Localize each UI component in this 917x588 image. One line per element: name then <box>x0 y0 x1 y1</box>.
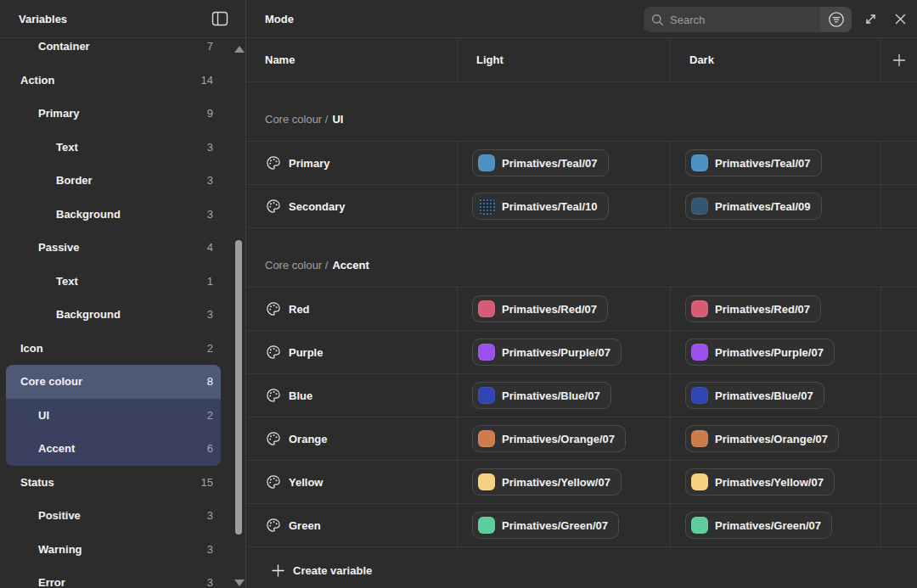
scroll-up-arrow[interactable] <box>234 46 245 53</box>
search-box[interactable] <box>644 7 852 32</box>
color-swatch <box>691 198 708 215</box>
sidebar-item-warning[interactable]: Warning3 <box>6 533 221 567</box>
color-swatch <box>478 430 495 447</box>
add-mode-button[interactable] <box>881 38 917 81</box>
sidebar-item-label: Border <box>56 174 93 187</box>
light-value-cell: Primatives/Orange/07 <box>458 417 671 460</box>
main-panel: Mode <box>246 0 917 588</box>
sidebar-item-text[interactable]: Text3 <box>6 131 221 165</box>
sidebar-item-icon[interactable]: Icon2 <box>6 332 221 366</box>
variable-name-cell[interactable]: Purple <box>246 331 458 373</box>
chip-label: Primatives/Blue/07 <box>715 389 813 402</box>
create-variable-button[interactable]: Create variable <box>246 547 917 588</box>
sidebar-item-positive[interactable]: Positive3 <box>6 499 221 533</box>
light-value-cell: Primatives/Green/07 <box>458 504 671 546</box>
sidebar-item-label: Text <box>56 141 78 154</box>
toggle-panel-button[interactable] <box>210 8 230 29</box>
variable-chip-dark[interactable]: Primatives/Teal/09 <box>685 193 822 220</box>
sidebar-item-error[interactable]: Error3 <box>6 566 221 588</box>
scrollbar-thumb[interactable] <box>235 240 242 535</box>
sidebar-scrollbar <box>233 38 244 588</box>
variable-chip-dark[interactable]: Primatives/Orange/07 <box>685 425 839 452</box>
sidebar-item-background[interactable]: Background3 <box>6 298 221 332</box>
variable-name-label: Primary <box>289 157 329 170</box>
table-row-orange: OrangePrimatives/Orange/07Primatives/Ora… <box>246 417 917 461</box>
chip-label: Primatives/Teal/10 <box>502 200 598 213</box>
sidebar-item-label: Warning <box>38 543 82 556</box>
variable-chip-dark[interactable]: Primatives/Green/07 <box>685 512 832 539</box>
chip-label: Primatives/Purple/07 <box>502 346 610 359</box>
close-icon <box>894 13 907 25</box>
sidebar-item-passive[interactable]: Passive4 <box>6 231 221 265</box>
palette-icon <box>266 344 281 360</box>
sidebar-item-border[interactable]: Border3 <box>6 164 221 198</box>
sidebar-item-accent[interactable]: Accent6 <box>6 432 221 466</box>
variable-name-cell[interactable]: Green <box>246 504 458 546</box>
mode-title: Mode <box>265 13 294 25</box>
variable-chip-dark[interactable]: Primatives/Blue/07 <box>685 382 824 409</box>
sidebar-list: Container7Action14Primary9Text3Border3Ba… <box>6 38 221 588</box>
color-swatch <box>691 154 708 171</box>
variable-chip-dark[interactable]: Primatives/Purple/07 <box>685 339 835 366</box>
sidebar-item-container[interactable]: Container7 <box>6 38 221 64</box>
sidebar-item-count: 3 <box>207 308 213 321</box>
variable-chip-dark[interactable]: Primatives/Yellow/07 <box>685 468 835 496</box>
variable-chip-light[interactable]: Primatives/Teal/07 <box>472 149 609 176</box>
variable-chip-dark[interactable]: Primatives/Teal/07 <box>685 149 822 176</box>
section-header-prefix: Core colour / <box>265 259 328 272</box>
palette-icon <box>266 474 281 490</box>
variable-chip-light[interactable]: Primatives/Purple/07 <box>472 339 622 366</box>
panel-layout-icon <box>211 11 228 26</box>
column-header-light: Light <box>458 38 671 81</box>
palette-icon <box>266 431 281 446</box>
color-swatch <box>691 300 708 317</box>
palette-icon <box>266 388 281 403</box>
expand-button[interactable] <box>860 9 880 30</box>
sidebar-item-text[interactable]: Text1 <box>6 265 221 299</box>
sidebar-item-count: 3 <box>207 509 213 522</box>
sidebar-item-ui[interactable]: UI2 <box>6 399 221 433</box>
table-row-green: GreenPrimatives/Green/07Primatives/Green… <box>246 504 917 547</box>
section-header-prefix: Core colour / <box>265 113 328 126</box>
variable-name-label: Blue <box>289 389 312 402</box>
variable-chip-light[interactable]: Primatives/Teal/10 <box>472 193 609 220</box>
color-swatch <box>691 473 708 490</box>
table-header: Name Light Dark <box>246 38 917 82</box>
search-input[interactable] <box>670 14 820 26</box>
variable-name-cell[interactable]: Yellow <box>246 461 458 503</box>
variable-name-cell[interactable]: Orange <box>246 417 458 460</box>
variable-chip-light[interactable]: Primatives/Blue/07 <box>472 382 611 409</box>
variable-chip-light[interactable]: Primatives/Green/07 <box>472 512 619 539</box>
variables-window: Variables Container7Action14Primary9Text… <box>0 0 917 588</box>
scroll-down-arrow[interactable] <box>234 580 245 586</box>
search-icon <box>651 14 664 26</box>
sidebar-item-primary[interactable]: Primary9 <box>6 97 221 131</box>
color-swatch <box>478 387 495 404</box>
dark-value-cell: Primatives/Teal/07 <box>671 142 881 184</box>
chip-label: Primatives/Teal/07 <box>502 157 598 170</box>
variable-name-label: Red <box>289 303 310 316</box>
sidebar: Variables Container7Action14Primary9Text… <box>0 0 246 588</box>
variable-name-cell[interactable]: Blue <box>246 374 458 417</box>
variable-name-cell[interactable]: Primary <box>246 142 458 184</box>
sidebar-item-background[interactable]: Background3 <box>6 198 221 232</box>
variable-chip-dark[interactable]: Primatives/Red/07 <box>685 295 821 322</box>
color-swatch <box>691 387 708 404</box>
variable-chip-light[interactable]: Primatives/Red/07 <box>472 295 608 322</box>
variable-name-cell[interactable]: Red <box>246 288 458 330</box>
sidebar-item-action[interactable]: Action14 <box>6 64 221 98</box>
sidebar-item-count: 3 <box>207 174 213 187</box>
sidebar-item-label: Text <box>56 275 78 288</box>
table-row-purple: PurplePrimatives/Purple/07Primatives/Pur… <box>246 331 917 374</box>
variable-chip-light[interactable]: Primatives/Orange/07 <box>472 425 626 452</box>
sidebar-item-label: Background <box>56 308 121 321</box>
sidebar-item-status[interactable]: Status15 <box>6 466 221 500</box>
row-end-cell <box>881 504 917 546</box>
chip-label: Primatives/Red/07 <box>715 303 810 316</box>
variable-name-cell[interactable]: Secondary <box>246 185 458 227</box>
close-button[interactable] <box>890 9 910 30</box>
sidebar-item-core-colour[interactable]: Core colour8 <box>6 365 221 399</box>
filter-button[interactable] <box>820 7 852 32</box>
section-header-accent: Core colour /Accent <box>246 228 917 288</box>
variable-chip-light[interactable]: Primatives/Yellow/07 <box>472 468 622 496</box>
